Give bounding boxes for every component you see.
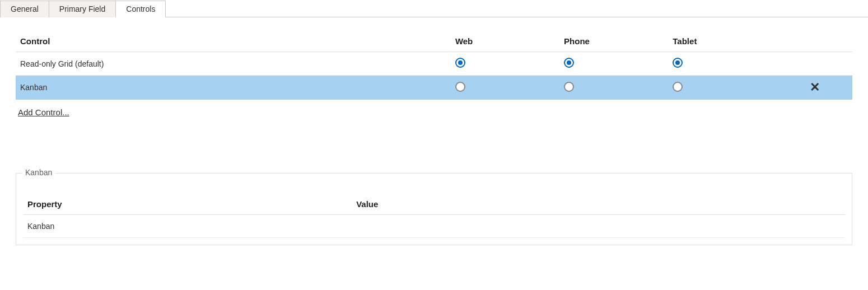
col-header-delete — [777, 31, 852, 52]
col-header-property: Property — [23, 194, 352, 215]
col-header-control: Control — [16, 31, 451, 52]
tab-general[interactable]: General — [0, 1, 49, 17]
controls-table: Control Web Phone Tablet Read-only Grid … — [16, 31, 852, 100]
col-header-phone: Phone — [559, 31, 668, 52]
properties-table: Property Value Kanban — [23, 194, 845, 238]
controls-panel: Control Web Phone Tablet Read-only Grid … — [0, 17, 868, 245]
control-properties-fieldset: Kanban Property Value Kanban — [16, 173, 852, 245]
radio-phone-kanban[interactable] — [564, 82, 574, 92]
property-row[interactable]: Kanban — [23, 215, 845, 238]
property-name: Kanban — [23, 215, 352, 238]
property-value — [352, 215, 845, 238]
radio-phone-readonly-grid[interactable] — [564, 58, 574, 68]
fieldset-legend: Kanban — [22, 168, 55, 177]
tabs-bar: General Primary Field Controls — [0, 0, 868, 17]
radio-tablet-readonly-grid[interactable] — [673, 58, 683, 68]
control-row-kanban[interactable]: Kanban ✕ — [16, 76, 852, 100]
control-row-readonly-grid[interactable]: Read-only Grid (default) — [16, 52, 852, 76]
tab-controls[interactable]: Controls — [115, 1, 166, 17]
radio-tablet-kanban[interactable] — [673, 82, 683, 92]
control-name: Read-only Grid (default) — [16, 52, 451, 76]
col-header-tablet: Tablet — [668, 31, 777, 52]
col-header-value: Value — [352, 194, 845, 215]
radio-web-readonly-grid[interactable] — [455, 58, 465, 68]
control-name: Kanban — [16, 76, 451, 100]
radio-web-kanban[interactable] — [455, 82, 465, 92]
tab-primary-field[interactable]: Primary Field — [49, 1, 116, 17]
add-control-link[interactable]: Add Control... — [18, 107, 69, 117]
col-header-web: Web — [451, 31, 559, 52]
delete-control-icon[interactable]: ✕ — [810, 81, 820, 93]
